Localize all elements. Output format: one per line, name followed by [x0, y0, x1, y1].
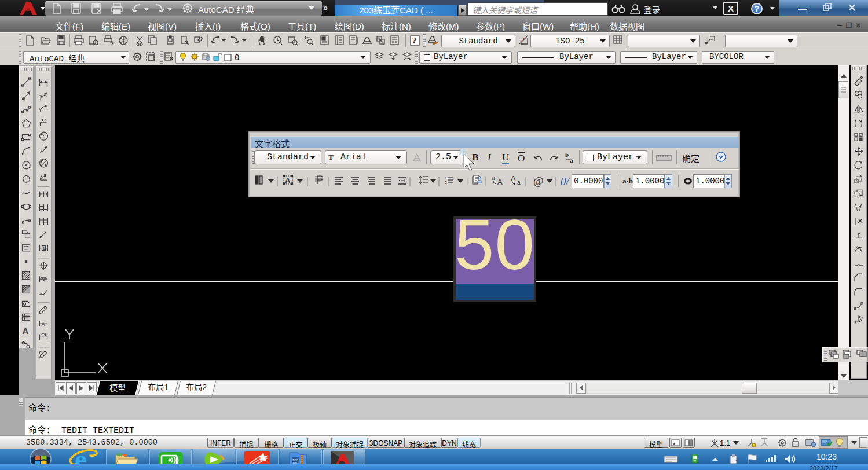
svg-text:2: 2 [445, 181, 447, 185]
svg-text:b: b [565, 151, 569, 158]
svg-text:1: 1 [43, 246, 46, 251]
svg-text:A: A [23, 326, 29, 336]
svg-text:A: A [42, 321, 45, 327]
svg-text:a: a [570, 157, 573, 164]
svg-text:@: @ [533, 175, 544, 187]
svg-text:0: 0 [235, 53, 239, 63]
svg-text:A: A [285, 177, 291, 185]
svg-text:0/: 0/ [561, 175, 570, 188]
svg-text:1: 1 [445, 176, 447, 180]
svg-text:a: a [517, 179, 521, 186]
svg-text:A: A [497, 178, 503, 186]
svg-text:X: X [45, 118, 47, 122]
svg-text:a: a [492, 175, 495, 181]
svg-text:?: ? [412, 36, 416, 45]
svg-text:r: r [332, 153, 334, 159]
svg-text:A: A [478, 175, 482, 181]
svg-text:A: A [511, 174, 516, 183]
